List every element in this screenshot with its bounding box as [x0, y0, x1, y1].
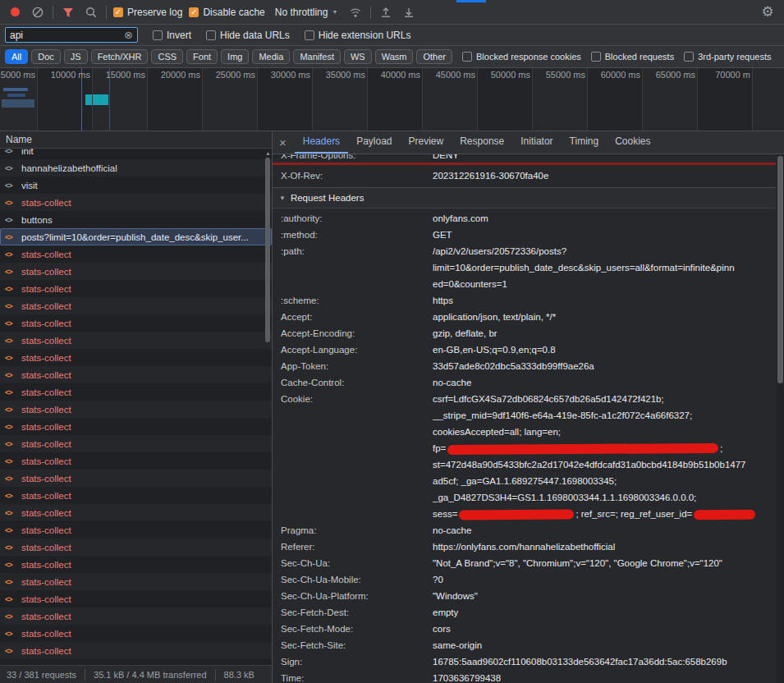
tab-timing[interactable]: Timing [562, 131, 607, 154]
header-value: application/json, text/plain, */* [433, 309, 776, 325]
timeline-overview[interactable]: 5000 ms10000 ms15000 ms20000 ms25000 ms3… [0, 68, 784, 131]
request-row[interactable]: <>hannahelizabethofficial [0, 159, 272, 176]
export-har-button[interactable] [401, 4, 417, 21]
close-icon[interactable]: × [277, 135, 293, 149]
throttling-select[interactable]: No throttling ▼ [272, 5, 342, 20]
hide-extension-urls-checkbox[interactable]: Hide extension URLs [305, 30, 411, 41]
request-list-scrollbar[interactable] [264, 158, 271, 663]
header-name: X-Frame-Options: [273, 154, 433, 163]
type-filter-manifest[interactable]: Manifest [293, 49, 341, 64]
request-type-icon: <> [5, 268, 17, 276]
timeline-gridline: 20000 ms [202, 68, 203, 131]
timeline-gridline: 35000 ms [367, 68, 368, 131]
request-row[interactable]: <>stats-collect [0, 418, 272, 435]
timeline-gridline: 60000 ms [642, 68, 643, 131]
preserve-log-checkbox[interactable]: ✓ Preserve log [113, 7, 182, 18]
request-row[interactable]: <>stats-collect [0, 573, 272, 590]
request-headers-section-header[interactable]: ▼ Request Headers [273, 188, 776, 209]
header-value-line: 202312261916-30670fa40e [433, 167, 776, 184]
blocked-requests-checkbox[interactable]: Blocked requests [591, 52, 674, 62]
type-filter-media[interactable]: Media [252, 49, 290, 64]
request-name: stats-collect [21, 612, 71, 621]
request-row[interactable]: <>stats-collect [0, 401, 272, 418]
header-value-line: en-GB,en-US;q=0.9,en;q=0.8 [433, 342, 776, 358]
name-column-header[interactable]: Name [0, 131, 272, 149]
request-row[interactable]: <>stats-collect [0, 504, 272, 521]
header-value: csrf=LdfcGX4Sa72db06824c657db26a5d142472… [433, 391, 776, 522]
settings-button[interactable]: ⚙ [758, 4, 777, 21]
tab-initiator[interactable]: Initiator [512, 131, 561, 154]
filter-input[interactable]: api ⊗ [5, 27, 138, 43]
checkbox-unchecked-icon [684, 52, 694, 62]
tab-response[interactable]: Response [452, 131, 512, 154]
request-row[interactable]: <>init [0, 149, 272, 159]
header-name: Referer: [273, 539, 433, 555]
header-name: Sec-Fetch-Site: [273, 637, 433, 653]
request-row[interactable]: <>stats-collect [0, 487, 272, 504]
request-row[interactable]: <>stats-collect [0, 590, 272, 607]
request-row[interactable]: <>stats-collect [0, 383, 272, 401]
request-row[interactable]: <>stats-collect [0, 194, 272, 211]
clear-filter-icon[interactable]: ⊗ [124, 30, 133, 40]
3rd-party-requests-checkbox[interactable]: 3rd-party requests [684, 52, 771, 62]
request-row[interactable]: <>stats-collect [0, 314, 272, 332]
header-row: Sec-Fetch-Site:same-origin [273, 637, 776, 653]
type-filter-doc[interactable]: Doc [31, 49, 61, 64]
clear-button[interactable] [30, 4, 46, 21]
type-filter-css[interactable]: CSS [151, 49, 183, 64]
details-scrollbar[interactable] [777, 154, 784, 683]
header-name: App-Token: [273, 358, 433, 374]
request-name: init [21, 149, 34, 156]
type-filter-font[interactable]: Font [186, 49, 218, 64]
tab-cookies[interactable]: Cookies [607, 131, 658, 154]
request-type-icon: <> [5, 285, 17, 293]
request-row[interactable]: <>stats-collect [0, 280, 272, 297]
request-row[interactable]: <>posts?limit=10&order=publish_date_desc… [0, 228, 272, 245]
type-filter-other[interactable]: Other [416, 49, 452, 64]
header-name: X-Of-Rev: [273, 167, 433, 184]
request-row[interactable]: <>stats-collect [0, 556, 272, 573]
scrollbar-thumb[interactable] [777, 156, 783, 383]
requests-count[interactable]: 33 / 381 requests [7, 670, 76, 680]
type-filter-wasm[interactable]: Wasm [375, 49, 414, 64]
request-row[interactable]: <>stats-collect [0, 263, 272, 280]
scroll-up-icon[interactable]: ▲ [265, 150, 271, 156]
type-filter-all[interactable]: All [5, 49, 28, 64]
request-name: stats-collect [21, 629, 71, 639]
request-row[interactable]: <>visit [0, 176, 272, 194]
import-har-button[interactable] [378, 4, 394, 21]
type-filter-fetch-xhr[interactable]: Fetch/XHR [91, 49, 149, 64]
type-filter-img[interactable]: Img [221, 49, 249, 64]
header-row: X-Of-Rev:202312261916-30670fa40e [273, 167, 776, 184]
blocked-response-cookies-checkbox[interactable]: Blocked response cookies [462, 52, 581, 62]
request-row[interactable]: <>buttons [0, 211, 272, 228]
disable-cache-checkbox[interactable]: ✓ Disable cache [189, 7, 264, 18]
hide-data-urls-checkbox[interactable]: Hide data URLs [206, 30, 290, 41]
request-row[interactable]: <>stats-collect [0, 625, 272, 642]
request-row[interactable]: <>stats-collect [0, 470, 272, 487]
request-row[interactable]: <>stats-collect [0, 539, 272, 556]
request-row[interactable]: <>stats-collect [0, 521, 272, 539]
type-filter-ws[interactable]: WS [344, 49, 372, 64]
record-button[interactable] [7, 4, 23, 21]
request-row[interactable]: <>stats-collect [0, 366, 272, 383]
request-type-icon: <> [5, 474, 17, 483]
request-row[interactable]: <>stats-collect [0, 349, 272, 366]
tab-headers[interactable]: Headers [295, 131, 348, 154]
request-row[interactable]: <>stats-collect [0, 452, 272, 470]
tab-preview[interactable]: Preview [401, 131, 452, 154]
filter-toggle-button[interactable] [60, 4, 76, 21]
type-filter-js[interactable]: JS [64, 49, 88, 64]
request-row[interactable]: <>stats-collect [0, 332, 272, 349]
request-row[interactable]: <>stats-collect [0, 642, 272, 659]
request-row[interactable]: <>stats-collect [0, 607, 272, 625]
network-conditions-button[interactable] [347, 4, 364, 21]
request-row[interactable]: <>stats-collect [0, 435, 272, 452]
search-button[interactable] [83, 4, 99, 21]
tab-payload[interactable]: Payload [348, 131, 400, 154]
scrollbar-thumb[interactable] [265, 158, 270, 342]
invert-label: Invert [167, 30, 191, 41]
request-row[interactable]: <>stats-collect [0, 245, 272, 263]
invert-checkbox[interactable]: Invert [153, 30, 191, 41]
request-row[interactable]: <>stats-collect [0, 297, 272, 314]
